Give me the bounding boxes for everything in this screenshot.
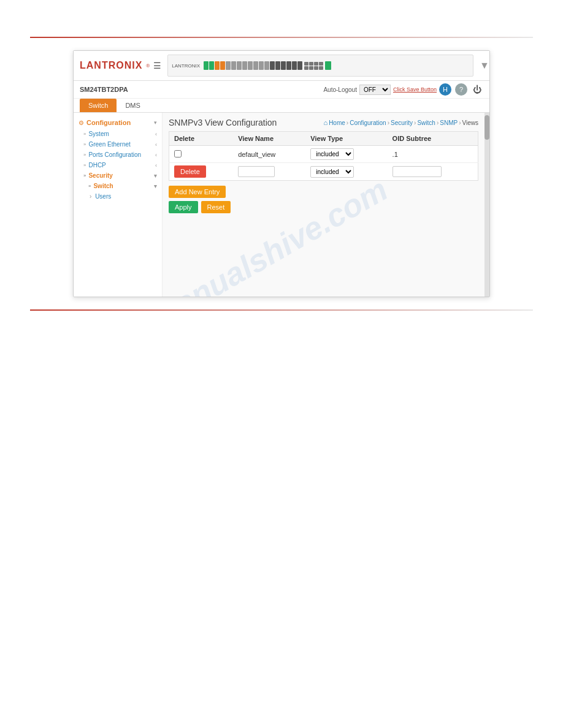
add-entry-row: Add New Entry bbox=[169, 186, 478, 198]
delete-checkbox-1[interactable] bbox=[174, 150, 182, 157]
top-rule bbox=[30, 37, 533, 38]
sidebar-label-dhcp: DHCP bbox=[88, 162, 105, 169]
sub-header: SM24TBT2DPA Auto-Logout OFF 1 min 5 min … bbox=[74, 81, 489, 99]
port-10 bbox=[253, 61, 258, 70]
home-icon: ⌂ bbox=[323, 119, 327, 126]
chevron-right-icon-3: » bbox=[83, 152, 86, 157]
breadcrumb-snmp[interactable]: SNMP bbox=[440, 119, 458, 126]
arrow-right-icon-4: ‹ bbox=[155, 162, 157, 169]
port-7 bbox=[237, 61, 242, 70]
view-name-input[interactable] bbox=[238, 166, 275, 177]
breadcrumb-home-link[interactable]: Home bbox=[329, 119, 345, 126]
autologout-label: Auto-Logout bbox=[323, 86, 357, 93]
arrow-right-icon: ‹ bbox=[155, 131, 157, 137]
breadcrumb-security[interactable]: Security bbox=[391, 119, 413, 126]
switch-diagram: LANTRONIX bbox=[167, 55, 473, 77]
port-18 bbox=[297, 61, 302, 70]
autologout-area: Auto-Logout OFF 1 min 5 min Click Save B… bbox=[323, 83, 483, 96]
question-icon-button[interactable]: ? bbox=[455, 83, 467, 96]
sidebar-item-configuration[interactable]: ⚙ Configuration ▾ bbox=[74, 116, 162, 129]
outer-frame: LANTRONIX® ☰ LANTRONIX bbox=[73, 50, 490, 297]
breadcrumb-sep-3: › bbox=[414, 119, 416, 126]
page-wrapper: LANTRONIX® ☰ LANTRONIX bbox=[0, 0, 563, 728]
scrollbar[interactable] bbox=[484, 113, 489, 297]
view-name-cell-1: default_view bbox=[233, 146, 305, 163]
oid-subtree-cell-1: .1 bbox=[388, 146, 478, 163]
breadcrumb-sep-2: › bbox=[388, 119, 389, 126]
logo-area: LANTRONIX® ☰ bbox=[80, 60, 161, 71]
oid-subtree-input[interactable] bbox=[393, 166, 442, 177]
sfp-4 bbox=[319, 62, 323, 66]
breadcrumb-sep-5: › bbox=[459, 119, 461, 126]
arrow-right-icon-3: ‹ bbox=[155, 152, 157, 158]
sidebar: ⚙ Configuration ▾ » System ‹ » Green Eth… bbox=[74, 113, 163, 297]
add-new-entry-button[interactable]: Add New Entry bbox=[169, 186, 226, 198]
chevron-right-icon-5: » bbox=[83, 173, 86, 178]
sidebar-label-switch: Switch bbox=[93, 183, 113, 189]
sfp-group bbox=[304, 62, 323, 70]
device-frame: LANTRONIX® ☰ LANTRONIX bbox=[73, 50, 490, 297]
view-type-select-1[interactable]: included excluded bbox=[310, 148, 354, 160]
device-name: SM24TBT2DPA bbox=[80, 86, 128, 93]
breadcrumb-sep-1: › bbox=[347, 119, 348, 126]
arrow-down-icon-5: ▾ bbox=[154, 173, 157, 179]
chevron-right-icon-4: » bbox=[83, 162, 86, 168]
col-delete: Delete bbox=[169, 132, 234, 146]
sidebar-label-ports-configuration: Ports Configuration bbox=[88, 151, 141, 158]
tab-dms[interactable]: DMS bbox=[117, 99, 148, 112]
help-icon-button[interactable]: H bbox=[439, 83, 451, 96]
sidebar-item-ports-configuration[interactable]: » Ports Configuration ‹ bbox=[74, 150, 162, 160]
click-save-button[interactable]: Click Save Button bbox=[393, 86, 437, 93]
sfp-8 bbox=[319, 66, 323, 70]
apply-button[interactable]: Apply bbox=[169, 201, 198, 213]
sidebar-item-green-ethernet[interactable]: » Green Ethernet ‹ bbox=[74, 139, 162, 150]
breadcrumb-switch[interactable]: Switch bbox=[417, 119, 435, 126]
view-type-select-2[interactable]: included excluded bbox=[310, 166, 354, 178]
reset-button[interactable]: Reset bbox=[201, 201, 231, 213]
switch-diagram-label: LANTRONIX bbox=[172, 63, 200, 69]
delete-cell-1 bbox=[169, 146, 234, 163]
port-3 bbox=[215, 61, 220, 70]
port-13 bbox=[270, 61, 275, 70]
port-17 bbox=[292, 61, 297, 70]
config-table: Delete View Name View Type OID Subtree bbox=[169, 131, 478, 181]
sidebar-label-green-ethernet: Green Ethernet bbox=[88, 141, 130, 148]
apply-reset-row: Apply Reset bbox=[169, 201, 478, 213]
sidebar-item-dhcp[interactable]: » DHCP ‹ bbox=[74, 160, 162, 170]
arrow-down-icon-6: ▾ bbox=[154, 183, 157, 189]
scroll-indicator: ▼ bbox=[480, 60, 483, 71]
view-type-cell-1: included excluded bbox=[305, 146, 387, 163]
delete-button[interactable]: Delete bbox=[174, 165, 206, 178]
chevron-down-icon: ▾ bbox=[154, 119, 157, 126]
sfp-5 bbox=[304, 66, 308, 70]
page-title: SNMPv3 View Configuration bbox=[169, 118, 277, 127]
col-view-name: View Name bbox=[233, 132, 305, 146]
table-row-new: Delete included excluded bbox=[169, 163, 478, 181]
sidebar-item-system[interactable]: » System ‹ bbox=[74, 129, 162, 139]
sfp-row-top bbox=[304, 62, 323, 66]
port-group-1 bbox=[204, 61, 302, 70]
delete-cell-2: Delete bbox=[169, 163, 234, 181]
autologout-select[interactable]: OFF 1 min 5 min bbox=[359, 85, 391, 95]
sidebar-item-switch[interactable]: » Switch ▾ bbox=[74, 181, 162, 191]
page-content-area: SNMPv3 View Configuration ⌂ Home › Confi… bbox=[163, 113, 484, 297]
tab-switch[interactable]: Switch bbox=[80, 99, 117, 112]
sfp-3 bbox=[314, 62, 318, 66]
chevron-right-icon-7: › bbox=[90, 193, 91, 200]
breadcrumb-configuration[interactable]: Configuration bbox=[350, 119, 386, 126]
breadcrumb-views: Views bbox=[462, 119, 479, 126]
chevron-right-icon: » bbox=[83, 131, 86, 137]
chevron-right-icon-6: » bbox=[88, 183, 91, 189]
col-oid-subtree: OID Subtree bbox=[388, 132, 478, 146]
logo-reg: ® bbox=[146, 63, 150, 69]
sidebar-item-users[interactable]: › Users bbox=[74, 191, 162, 202]
header-icons: H ? ⏻ bbox=[439, 83, 483, 96]
oid-subtree-cell-2 bbox=[388, 163, 478, 181]
main-content: manualshive.com ⚙ Configuration ▾ » Syst… bbox=[74, 113, 489, 297]
port-8 bbox=[242, 61, 247, 70]
logout-icon-button[interactable]: ⏻ bbox=[471, 83, 483, 96]
hamburger-icon[interactable]: ☰ bbox=[153, 61, 161, 70]
sfp-1 bbox=[304, 62, 308, 66]
end-port bbox=[325, 61, 331, 70]
sidebar-item-security[interactable]: » Security ▾ bbox=[74, 170, 162, 181]
